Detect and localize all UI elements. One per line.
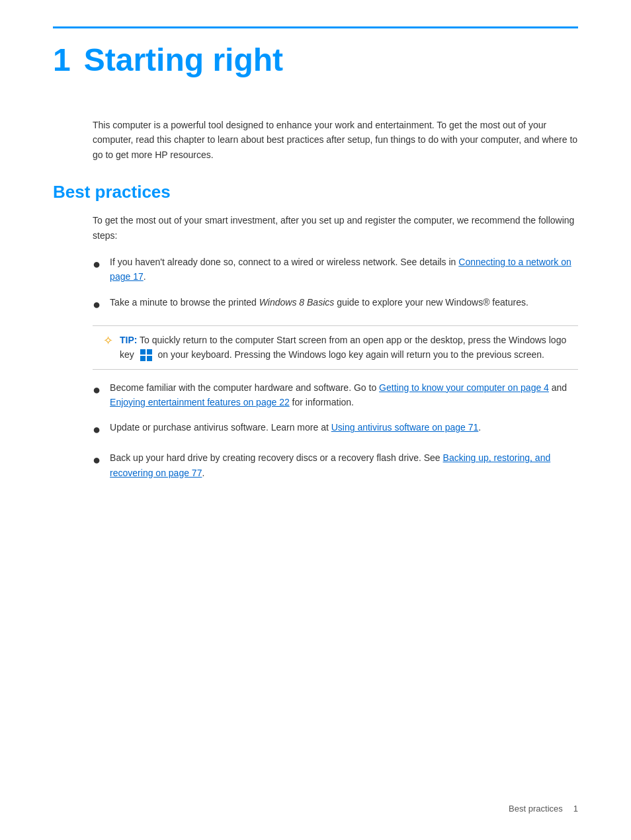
list-item: ● Become familiar with the computer hard… — [93, 380, 578, 410]
chapter-number: 1 — [53, 42, 71, 78]
chapter-title: Starting right — [84, 42, 283, 78]
bullet-dot: ● — [93, 449, 101, 470]
bullet-2-before: Take a minute to browse the printed — [110, 297, 259, 308]
getting-to-know-link[interactable]: Getting to know your computer on page 4 — [379, 382, 549, 393]
list-item: ● Take a minute to browse the printed Wi… — [93, 295, 578, 315]
bullet-text: Become familiar with the computer hardwa… — [110, 380, 578, 410]
bullet-2-after: guide to explore your new Windows® featu… — [334, 297, 528, 308]
bullet-text: Back up your hard drive by creating reco… — [110, 450, 578, 480]
tip-content: TIP: To quickly return to the computer S… — [120, 333, 568, 362]
bullet-dot: ● — [93, 253, 101, 274]
bullet-text: Take a minute to browse the printed Wind… — [110, 295, 578, 310]
bullet-text: If you haven't already done so, connect … — [110, 255, 578, 284]
footer-page-number: 1 — [573, 804, 578, 814]
page-container: 1 Starting right This computer is a powe… — [0, 0, 631, 840]
bullet-list-part1: ● If you haven't already done so, connec… — [93, 255, 578, 315]
bullet-dot: ● — [93, 294, 101, 315]
bullet-3-mid: and — [549, 382, 567, 393]
section-intro: To get the most out of your smart invest… — [93, 213, 578, 243]
svg-rect-0 — [140, 349, 146, 355]
svg-rect-1 — [147, 349, 152, 355]
tip-text-after: on your keyboard. Pressing the Windows l… — [158, 349, 544, 360]
chapter-header: 1 Starting right — [53, 42, 578, 78]
list-item: ● Back up your hard drive by creating re… — [93, 450, 578, 480]
enjoying-entertainment-link[interactable]: Enjoying entertainment features on page … — [110, 397, 290, 407]
bullet-text: Update or purchase antivirus software. L… — [110, 420, 578, 435]
intro-paragraph: This computer is a powerful tool designe… — [93, 118, 578, 162]
svg-rect-3 — [147, 356, 152, 361]
antivirus-link[interactable]: Using antivirus software on page 71 — [331, 422, 479, 433]
svg-rect-2 — [140, 356, 146, 361]
windows-8-basics-italic: Windows 8 Basics — [259, 297, 334, 308]
windows-key-icon — [140, 349, 153, 362]
bullet-list-part2: ● Become familiar with the computer hard… — [93, 380, 578, 481]
bullet-dot: ● — [93, 379, 101, 400]
tip-icon: ✧ — [103, 333, 113, 348]
bullet-1-after: . — [144, 271, 146, 282]
bullet-5-after: . — [202, 468, 204, 478]
list-item: ● Update or purchase antivirus software.… — [93, 420, 578, 440]
tip-label: TIP: — [120, 335, 137, 345]
page-footer: Best practices 1 — [509, 804, 578, 814]
bullet-5-before: Back up your hard drive by creating reco… — [110, 452, 442, 463]
bullet-4-after: . — [478, 422, 481, 433]
list-item: ● If you haven't already done so, connec… — [93, 255, 578, 284]
bullet-3-after: for information. — [290, 397, 354, 407]
top-border-line — [53, 26, 578, 28]
bullet-1-before: If you haven't already done so, connect … — [110, 257, 458, 267]
footer-section-label: Best practices — [509, 804, 563, 814]
section-title: Best practices — [53, 182, 578, 202]
bullet-3-before: Become familiar with the computer hardwa… — [110, 382, 379, 393]
tip-box: ✧ TIP: To quickly return to the computer… — [93, 325, 578, 370]
bullet-dot: ● — [93, 419, 101, 440]
bullet-4-before: Update or purchase antivirus software. L… — [110, 422, 331, 433]
